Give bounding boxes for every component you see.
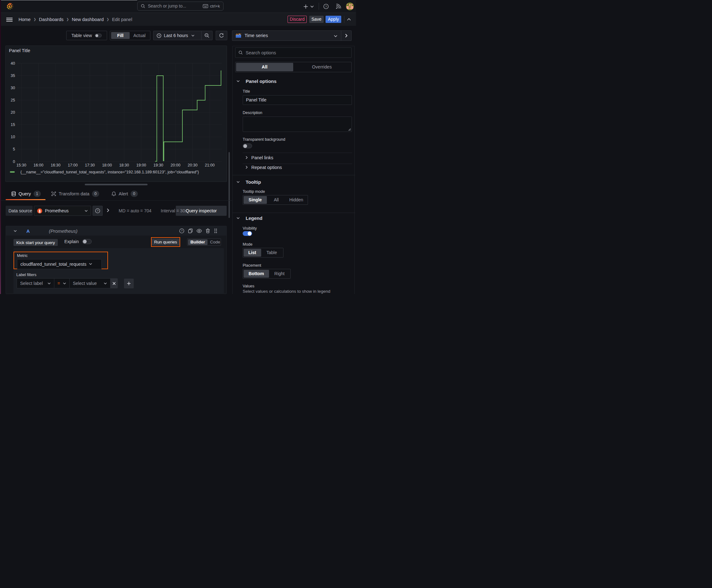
svg-text:16:30: 16:30	[50, 163, 60, 167]
svg-text:5: 5	[13, 147, 15, 151]
svg-text:?: ?	[97, 209, 98, 212]
svg-text:40: 40	[11, 61, 15, 66]
svg-text:35: 35	[11, 74, 15, 78]
svg-text:18:30: 18:30	[119, 163, 129, 167]
svg-text:16:00: 16:00	[33, 163, 43, 167]
svg-text:20: 20	[11, 110, 15, 114]
svg-text:18:00: 18:00	[102, 163, 112, 167]
svg-text:15:30: 15:30	[16, 163, 26, 167]
svg-text:21:00: 21:00	[205, 163, 214, 167]
svg-text:?: ?	[325, 5, 327, 8]
svg-text:0: 0	[13, 160, 15, 164]
svg-text:{__name__="cloudflared_tunnel_: {__name__="cloudflared_tunnel_total_requ…	[20, 170, 199, 174]
svg-text:17:00: 17:00	[68, 163, 78, 167]
svg-text:25: 25	[11, 98, 15, 102]
svg-text:20:30: 20:30	[188, 163, 197, 167]
svg-text:19:00: 19:00	[136, 163, 146, 167]
svg-text:15: 15	[11, 123, 15, 127]
svg-text:17:30: 17:30	[85, 163, 94, 167]
svg-text:20:00: 20:00	[170, 163, 180, 167]
svg-text:?: ?	[181, 229, 182, 232]
svg-text:30: 30	[11, 86, 15, 90]
svg-text:10: 10	[11, 135, 15, 139]
svg-text:19:30: 19:30	[153, 163, 163, 167]
